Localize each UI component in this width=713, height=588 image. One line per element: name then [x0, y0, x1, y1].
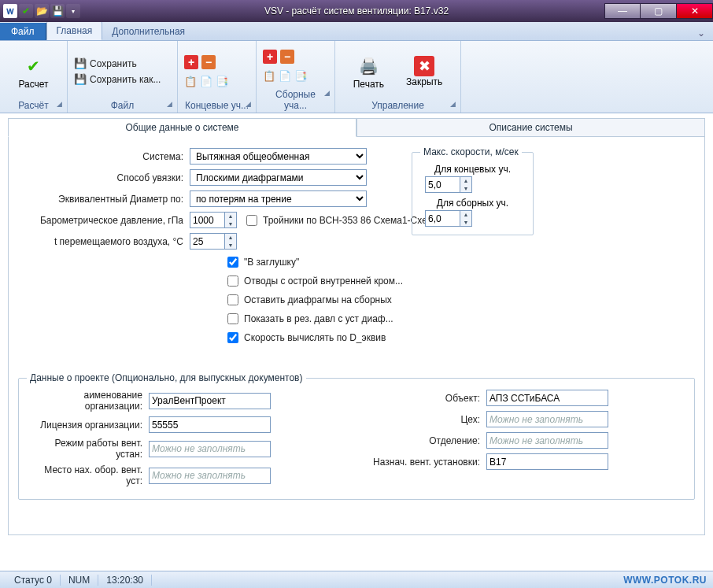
- copy-icon[interactable]: 📋: [184, 76, 197, 88]
- project-group: Данные о проекте (Опционально, для выпус…: [18, 372, 695, 500]
- group-launcher-icon[interactable]: ◢: [57, 100, 62, 108]
- org-field[interactable]: [149, 393, 271, 409]
- printer-icon: 🖨️: [356, 54, 381, 79]
- quick-access-toolbar: ᴡ ✔ 📂 💾 ▾: [0, 4, 83, 18]
- max-speed-group: Макс. скорости, м/сек Для концевых уч. ▲…: [412, 146, 534, 235]
- status-bar: Статус 0 NUM 13:20:30 WWW.POTOK.RU: [0, 571, 713, 588]
- assign-field[interactable]: [486, 453, 608, 470]
- check-icon: ✔: [20, 54, 46, 79]
- ribbon: ✔ Расчет Расчёт◢ 💾Сохранить 💾Сохранить к…: [0, 41, 713, 113]
- app-window: ᴡ ✔ 📂 💾 ▾ VSV - расчёт систем вентиляции…: [0, 0, 713, 588]
- collapse-ribbon-icon[interactable]: ⌄: [694, 26, 708, 40]
- tee-checkbox[interactable]: [246, 215, 257, 226]
- status-url[interactable]: WWW.POTOK.RU: [623, 575, 707, 586]
- saveas-icon: 💾: [74, 73, 87, 86]
- chk-sharp-bends[interactable]: [227, 276, 238, 287]
- status-text: Статус 0: [6, 575, 61, 586]
- shop-field[interactable]: [486, 411, 608, 427]
- group-launcher-icon[interactable]: ◢: [246, 100, 251, 108]
- paste-icon[interactable]: 📄: [200, 76, 212, 88]
- asm-speed-stepper[interactable]: ▲▼: [425, 210, 472, 227]
- tab-extra[interactable]: Дополнительная: [102, 23, 194, 40]
- mode-field[interactable]: [149, 441, 271, 457]
- end-speed-stepper[interactable]: ▲▼: [425, 176, 472, 193]
- chk-show-pressure[interactable]: [227, 313, 238, 324]
- object-field[interactable]: [486, 390, 608, 406]
- place-field[interactable]: [149, 468, 271, 484]
- add-end-button[interactable]: +: [184, 55, 198, 69]
- pressure-label: Барометрическое давление, гПа: [17, 215, 190, 226]
- qat-dropdown-icon[interactable]: ▾: [66, 4, 80, 18]
- spin-up-icon[interactable]: ▲: [460, 211, 471, 219]
- maximize-button[interactable]: ▢: [641, 3, 677, 19]
- close-doc-button[interactable]: ✖ Закрыть: [401, 54, 447, 89]
- tab-main[interactable]: Главная: [46, 21, 103, 40]
- add-asm-button[interactable]: +: [263, 50, 277, 64]
- diameter-select[interactable]: по потерям на трение: [190, 190, 367, 207]
- spin-up-icon[interactable]: ▲: [225, 234, 236, 242]
- status-time: 13:20:30: [98, 575, 152, 586]
- status-num: NUM: [61, 575, 98, 586]
- minimize-button[interactable]: —: [604, 3, 641, 19]
- doc-plus-icon[interactable]: 📑: [294, 70, 307, 83]
- spin-down-icon[interactable]: ▼: [225, 220, 236, 228]
- temp-stepper[interactable]: ▲▼: [190, 233, 237, 250]
- spin-up-icon[interactable]: ▲: [225, 213, 236, 220]
- dept-field[interactable]: [486, 432, 608, 449]
- license-field[interactable]: [149, 416, 271, 433]
- chk-keep-diaphragms[interactable]: [227, 294, 238, 305]
- group-launcher-icon[interactable]: ◢: [450, 100, 456, 108]
- paste-icon[interactable]: 📄: [279, 70, 291, 83]
- diameter-label: Эквивалентный Диаметр по:: [17, 194, 190, 205]
- pressure-stepper[interactable]: ▲▼: [190, 212, 237, 228]
- linking-label: Способ увязки:: [17, 172, 190, 183]
- save-icon: 💾: [74, 57, 87, 70]
- calc-button[interactable]: ✔ Расчет: [13, 52, 53, 91]
- close-x-icon: ✖: [414, 56, 434, 76]
- group-launcher-icon[interactable]: ◢: [167, 100, 172, 108]
- file-tab[interactable]: Файл: [0, 23, 46, 40]
- spin-down-icon[interactable]: ▼: [225, 242, 236, 250]
- general-pane: Система: Вытяжная общеобменная Способ ув…: [8, 137, 705, 535]
- doc-plus-icon[interactable]: 📑: [216, 76, 228, 88]
- chk-speed-dequiv[interactable]: [227, 332, 238, 343]
- qat-open-icon[interactable]: 📂: [35, 4, 49, 18]
- spin-up-icon[interactable]: ▲: [460, 177, 471, 185]
- spin-down-icon[interactable]: ▼: [460, 219, 471, 227]
- remove-end-button[interactable]: −: [201, 55, 216, 69]
- ribbon-tabs: Файл Главная Дополнительная ⌄: [0, 22, 713, 41]
- save-button[interactable]: 💾Сохранить: [74, 57, 161, 70]
- subtab-general[interactable]: Общие данные о системе: [8, 118, 356, 137]
- temp-label: t перемещаемого воздуха, °С: [17, 236, 190, 247]
- subtab-description[interactable]: Описание системы: [356, 118, 705, 137]
- chk-plug[interactable]: [227, 257, 238, 268]
- copy-icon[interactable]: 📋: [263, 70, 275, 83]
- linking-select[interactable]: Плоскими диафрагмами: [190, 169, 367, 186]
- close-button[interactable]: ✕: [677, 3, 713, 19]
- qat-save-icon[interactable]: 💾: [50, 4, 65, 18]
- system-label: Система:: [17, 151, 190, 162]
- qat-word-icon[interactable]: ᴡ: [3, 4, 17, 18]
- remove-asm-button[interactable]: −: [280, 50, 294, 64]
- spin-down-icon[interactable]: ▼: [460, 185, 471, 193]
- title-bar: ᴡ ✔ 📂 💾 ▾ VSV - расчёт систем вентиляции…: [0, 0, 713, 22]
- content-area: Общие данные о системе Описание системы …: [0, 113, 713, 571]
- print-button[interactable]: 🖨️ Печать: [349, 52, 389, 91]
- saveas-button[interactable]: 💾Сохранить как...: [74, 73, 161, 86]
- system-select[interactable]: Вытяжная общеобменная: [190, 148, 367, 165]
- group-launcher-icon[interactable]: ◢: [324, 89, 330, 97]
- qat-check-icon[interactable]: ✔: [19, 4, 33, 18]
